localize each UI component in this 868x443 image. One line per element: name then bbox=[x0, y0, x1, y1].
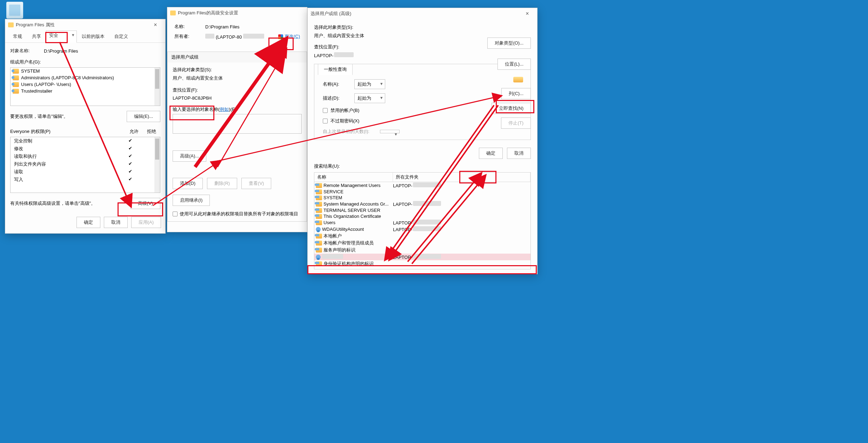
object-type-label: 选择此对象类型(S): bbox=[173, 67, 302, 73]
col-name-header[interactable]: 名称 bbox=[314, 173, 393, 182]
replace-checkbox[interactable] bbox=[173, 212, 178, 216]
table-row[interactable]: SYSTEM bbox=[314, 195, 530, 201]
location-button[interactable]: 位置(L)... bbox=[498, 59, 531, 70]
object-type-button[interactable]: 对象类型(O)... bbox=[487, 38, 531, 49]
view-button[interactable]: 查看(V) bbox=[241, 178, 271, 189]
results-label: 搜索结果(U): bbox=[314, 163, 531, 169]
table-row[interactable]: 服务声明的标识 bbox=[314, 247, 530, 254]
object-name-label: 对象名称: bbox=[10, 48, 44, 54]
disabled-checkbox[interactable] bbox=[323, 108, 328, 113]
advanced-button[interactable]: 高级(V) bbox=[131, 198, 160, 209]
list-item: TrustedInstaller bbox=[11, 88, 160, 94]
allow-col: 允许 bbox=[125, 128, 143, 135]
perm-row: 修改✔ bbox=[11, 145, 160, 153]
cancel-button[interactable]: 取消 bbox=[104, 217, 128, 228]
change-owner-link[interactable]: 更改(C) bbox=[285, 34, 300, 39]
name-label: 名称: bbox=[174, 24, 205, 30]
window-title: 选择用户或组 (高级) bbox=[311, 11, 520, 17]
table-row[interactable]: This Organization Certificate bbox=[314, 213, 530, 219]
group-icon bbox=[316, 220, 322, 225]
tab-previous[interactable]: 以前的版本 bbox=[77, 31, 109, 42]
cancel-button[interactable]: 取消 bbox=[507, 148, 531, 159]
table-row[interactable]: WDAGUtilityAccountLAPTOP- bbox=[314, 226, 530, 233]
name-filter-select[interactable]: 起始为 bbox=[354, 79, 385, 89]
name-value: D:\Program Files bbox=[205, 24, 240, 29]
table-row[interactable]: 身份验证机构声明的标识 bbox=[314, 260, 530, 267]
permissions-list: 完全控制✔修改✔读取和执行✔列出文件夹内容✔读取✔写入✔ bbox=[10, 137, 160, 193]
titlebar[interactable]: Program Files的高级安全设置 bbox=[167, 7, 307, 19]
users-listbox[interactable]: SYSTEM Administrators (LAPTOP-8C8 \Admin… bbox=[10, 67, 160, 106]
group-icon bbox=[316, 183, 322, 188]
object-name-input[interactable] bbox=[173, 114, 302, 134]
table-row[interactable]: Remote Management UsersLAPTOP- bbox=[314, 182, 530, 189]
tab-security[interactable]: 安全 bbox=[46, 31, 77, 43]
scrollbar[interactable] bbox=[154, 68, 160, 106]
titlebar[interactable]: Program Files 属性 × bbox=[5, 19, 165, 31]
frame-title: 选择用户或组 bbox=[168, 52, 307, 62]
table-row[interactable]: UsersLAPTOP- bbox=[314, 219, 530, 226]
folder-icon bbox=[8, 22, 14, 27]
no-expire-checkbox-label: 不过期密码(X) bbox=[330, 118, 359, 124]
titlebar[interactable]: 选择用户或组 (高级) × bbox=[308, 8, 537, 19]
tabs: 常规 共享 安全 以前的版本 自定义 bbox=[5, 31, 165, 43]
table-row[interactable]: LAPTOP- bbox=[314, 254, 530, 260]
ok-button[interactable]: 确定 bbox=[479, 148, 503, 159]
close-icon[interactable]: × bbox=[148, 20, 162, 30]
properties-dialog: Program Files 属性 × 常规 共享 安全 以前的版本 自定义 对象… bbox=[5, 19, 166, 234]
tab-general[interactable]: 常规 bbox=[8, 31, 27, 42]
query-tab[interactable]: 一般性查询 bbox=[318, 64, 353, 75]
advanced-button[interactable]: 高级(A)... bbox=[173, 150, 206, 162]
table-row[interactable]: 本地帐户 bbox=[314, 233, 530, 240]
table-row[interactable]: System Managed Accounts Gr...LAPTOP- bbox=[314, 201, 530, 207]
location-label: 查找位置(F): bbox=[173, 87, 302, 93]
recycle-bin[interactable] bbox=[6, 2, 23, 19]
apply-button[interactable]: 应用(A) bbox=[131, 217, 161, 228]
group-icon bbox=[13, 75, 19, 80]
no-expire-checkbox[interactable] bbox=[323, 119, 328, 123]
edit-button[interactable]: 编辑(E)... bbox=[127, 111, 160, 122]
desc-filter-label: 描述(D): bbox=[323, 95, 354, 101]
results-table: 名称 所在文件夹 Remote Management UsersLAPTOP-S… bbox=[314, 172, 531, 269]
close-icon[interactable]: × bbox=[520, 9, 534, 19]
recycle-bin-icon bbox=[6, 2, 23, 19]
table-row[interactable]: TERMINAL SERVER USER bbox=[314, 207, 530, 213]
key-icon bbox=[513, 77, 523, 82]
enter-name-label: 输入要选择的对象名称( bbox=[173, 107, 220, 112]
list-item: Administrators (LAPTOP-8C8 \Administrato… bbox=[11, 74, 160, 81]
stop-button[interactable]: 停止(T) bbox=[501, 118, 531, 129]
group-icon bbox=[316, 214, 322, 219]
window-title: Program Files 属性 bbox=[16, 22, 148, 28]
table-row[interactable]: SERVICE bbox=[314, 189, 530, 195]
perm-row: 完全控制✔ bbox=[11, 137, 160, 145]
ok-button[interactable]: 确定 bbox=[76, 217, 100, 228]
list-item: Users (LAPTOP- \Users) bbox=[11, 81, 160, 88]
tab-sharing[interactable]: 共享 bbox=[27, 31, 46, 42]
advanced-hint: 有关特殊权限或高级设置，请单击"高级"。 bbox=[10, 200, 131, 207]
remove-button[interactable]: 删除(R) bbox=[207, 178, 237, 189]
group-icon bbox=[13, 69, 19, 74]
perm-row: 读取和执行✔ bbox=[11, 153, 160, 160]
add-button[interactable]: 添加(D) bbox=[173, 178, 203, 189]
list-item: SYSTEM bbox=[11, 68, 160, 74]
query-groupbox: 一般性查询 名称(A):起始为 描述(D):起始为 禁用的帐户(B) 不过期密码… bbox=[314, 64, 531, 140]
user-icon bbox=[316, 227, 321, 232]
group-icon bbox=[316, 234, 322, 239]
col-folder-header[interactable]: 所在文件夹 bbox=[393, 173, 530, 182]
owner-label: 所有者: bbox=[174, 33, 205, 40]
enable-inherit-button[interactable]: 启用继承(I) bbox=[173, 195, 210, 206]
group-users-label: 组或用户名(G): bbox=[10, 59, 160, 65]
disabled-checkbox-label: 禁用的帐户(B) bbox=[330, 107, 359, 114]
days-select[interactable] bbox=[380, 130, 400, 133]
deny-col: 拒绝 bbox=[143, 128, 160, 135]
find-now-button[interactable]: 立即查找(N) bbox=[492, 103, 531, 114]
scrollbar[interactable] bbox=[154, 137, 160, 193]
advanced-security-dialog: Program Files的高级安全设置 名称:D:\Program Files… bbox=[167, 7, 307, 232]
table-row[interactable]: 本地帐户和管理员组成员 bbox=[314, 240, 530, 247]
columns-button[interactable]: 列(C)... bbox=[501, 88, 531, 99]
desc-filter-select[interactable]: 起始为 bbox=[354, 93, 385, 103]
tab-custom[interactable]: 自定义 bbox=[109, 31, 133, 42]
select-user-advanced-dialog: 选择用户或组 (高级) × 选择此对象类型(S): 用户、组或内置安全主体 对象… bbox=[307, 8, 538, 274]
object-type-value: 用户、组或内置安全主体 bbox=[173, 75, 302, 81]
example-link[interactable]: 例如 bbox=[220, 107, 229, 112]
folder-icon bbox=[170, 11, 176, 15]
